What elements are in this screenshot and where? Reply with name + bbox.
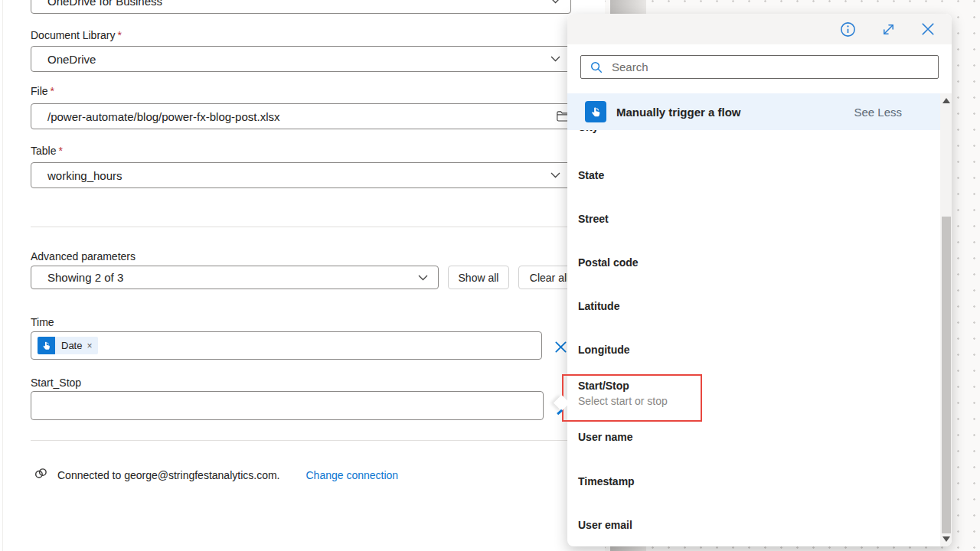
scroll-up-icon[interactable] <box>942 98 950 103</box>
flyout-scrollbar[interactable] <box>940 93 952 546</box>
list-item-start-stop-description: Select start or stop <box>578 395 668 407</box>
table-value: working_hours <box>47 169 122 182</box>
time-label: Time <box>31 316 54 328</box>
list-item-timestamp[interactable]: Timestamp <box>578 475 635 487</box>
list-item-postal-code[interactable]: Postal code <box>578 256 639 269</box>
file-value: /power-automate/blog/power-fx-blog-post.… <box>47 110 279 123</box>
manual-trigger-icon <box>38 337 55 354</box>
action-parameters-pane: OneDrive for Business Document Library* … <box>0 0 605 551</box>
trigger-title: Manually trigger a flow <box>616 106 854 119</box>
required-asterisk: * <box>118 29 122 41</box>
chevron-down-icon <box>418 275 428 281</box>
list-item-latitude[interactable]: Latitude <box>578 300 619 312</box>
manual-trigger-icon <box>585 101 606 122</box>
file-label: File* <box>31 85 54 97</box>
document-library-value: OneDrive <box>47 53 96 66</box>
connection-icon <box>34 467 48 483</box>
list-item-start-stop[interactable]: Start/Stop <box>578 380 629 392</box>
time-field[interactable]: Date × <box>31 331 542 360</box>
connection-status: Connected to george@stringfestanalytics.… <box>57 469 279 481</box>
start-stop-label: Start_Stop <box>31 377 81 389</box>
required-asterisk: * <box>58 145 62 157</box>
list-item-user-email[interactable]: User email <box>578 519 632 531</box>
list-item-state[interactable]: State <box>578 169 604 181</box>
list-item-street[interactable]: Street <box>578 213 609 225</box>
see-less-toggle[interactable]: See Less <box>854 106 902 119</box>
clear-field-icon[interactable] <box>554 341 567 357</box>
section-divider <box>31 227 580 227</box>
change-connection-link[interactable]: Change connection <box>305 469 398 481</box>
trigger-header-row[interactable]: Manually trigger a flow See Less <box>567 93 940 130</box>
table-label: Table* <box>31 145 63 157</box>
list-item-longitude[interactable]: Longitude <box>578 344 630 356</box>
advanced-parameters-dropdown[interactable]: Showing 2 of 3 <box>31 266 439 289</box>
scroll-down-icon[interactable] <box>942 536 950 542</box>
chevron-down-icon <box>550 172 560 178</box>
start-stop-input[interactable] <box>31 391 544 420</box>
section-divider <box>31 440 570 441</box>
list-item-user-name[interactable]: User name <box>578 431 633 443</box>
advanced-parameters-label: Advanced parameters <box>31 250 136 262</box>
dynamic-content-flyout: City State Street Postal code Latitude L… <box>567 14 952 546</box>
date-token-chip[interactable]: Date × <box>38 337 98 354</box>
chip-label: Date <box>61 340 82 351</box>
connector-dropdown-value: OneDrive for Business <box>47 0 162 8</box>
show-all-button[interactable]: Show all <box>448 266 509 289</box>
power-automate-designer: OneDrive for Business Document Library* … <box>0 0 980 551</box>
file-input[interactable]: /power-automate/blog/power-fx-blog-post.… <box>31 103 571 129</box>
advanced-parameters-summary: Showing 2 of 3 <box>47 271 123 284</box>
chip-dismiss-icon[interactable]: × <box>87 341 92 350</box>
document-library-dropdown[interactable]: OneDrive <box>31 46 571 72</box>
scrollbar-thumb[interactable] <box>942 217 951 533</box>
chevron-down-icon <box>550 56 560 62</box>
connector-dropdown[interactable]: OneDrive for Business <box>31 0 571 14</box>
pane-edge-divider <box>2 0 3 551</box>
chevron-down-icon <box>550 0 560 4</box>
required-asterisk: * <box>51 85 54 97</box>
table-dropdown[interactable]: working_hours <box>31 162 571 188</box>
connection-footer: Connected to george@stringfestanalytics.… <box>34 467 398 483</box>
document-library-label: Document Library* <box>31 29 122 41</box>
